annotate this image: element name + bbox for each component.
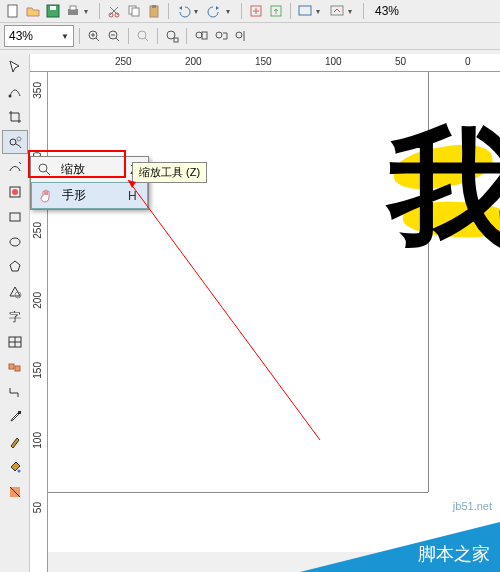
dropdown-icon[interactable]: ▾	[84, 7, 94, 16]
flyout-label: 手形	[62, 187, 112, 204]
flyout-hand-item[interactable]: 手形 H	[31, 182, 148, 209]
launch-icon[interactable]	[328, 2, 346, 20]
ellipse-tool-icon[interactable]	[2, 230, 28, 254]
zoom-label: 43%	[375, 4, 399, 18]
zoom-fit-icon[interactable]	[134, 27, 152, 45]
svg-point-22	[216, 32, 222, 38]
zoom-page-icon[interactable]	[192, 27, 210, 45]
dimension-tool-icon[interactable]	[2, 355, 28, 379]
svg-rect-0	[8, 5, 17, 17]
flyout-shortcut: H	[128, 189, 137, 203]
hand-icon	[38, 188, 54, 204]
connector-tool-icon[interactable]	[2, 380, 28, 404]
polygon-tool-icon[interactable]	[2, 255, 28, 279]
ruler-mark: 200	[32, 292, 43, 309]
svg-point-24	[8, 95, 11, 98]
svg-rect-29	[10, 213, 20, 221]
svg-rect-34	[9, 364, 14, 369]
zoom-height-icon[interactable]	[232, 27, 250, 45]
ruler-mark: 200	[185, 56, 202, 67]
freehand-tool-icon[interactable]	[2, 155, 28, 179]
svg-rect-19	[174, 38, 178, 42]
svg-point-37	[17, 470, 20, 473]
copy-icon[interactable]	[125, 2, 143, 20]
fullscreen-icon[interactable]	[296, 2, 314, 20]
zoom-out-icon[interactable]	[105, 27, 123, 45]
svg-rect-14	[331, 6, 343, 15]
zoom-in-icon[interactable]	[85, 27, 103, 45]
svg-rect-36	[18, 411, 21, 414]
export-icon[interactable]	[267, 2, 285, 20]
svg-rect-4	[70, 6, 76, 10]
zoom-selection-icon[interactable]	[163, 27, 181, 45]
print-icon[interactable]	[64, 2, 82, 20]
ruler-mark: 0	[465, 56, 471, 67]
watermark-text: 脚本之家	[418, 542, 490, 566]
canvas-area[interactable]: 我	[48, 72, 500, 552]
svg-point-39	[39, 164, 47, 172]
import-icon[interactable]	[247, 2, 265, 20]
flyout-label: 缩放	[61, 161, 114, 178]
open-icon[interactable]	[24, 2, 42, 20]
ruler-mark: 150	[255, 56, 272, 67]
new-icon[interactable]	[4, 2, 22, 20]
svg-point-26	[17, 137, 21, 141]
eyedropper-icon[interactable]	[2, 405, 28, 429]
main-toolbar: ▾ ▾ ▾ ▾ ▾ 43%	[0, 0, 500, 23]
vertical-ruler: 35030025020015010050	[30, 72, 48, 572]
svg-rect-8	[132, 8, 139, 16]
svg-rect-13	[299, 6, 311, 15]
basic-shapes-icon[interactable]	[2, 280, 28, 304]
svg-rect-10	[152, 5, 156, 8]
ruler-mark: 100	[32, 432, 43, 449]
ruler-mark: 50	[32, 502, 43, 513]
outline-pen-icon[interactable]	[2, 430, 28, 454]
dropdown-icon[interactable]: ▾	[348, 7, 358, 16]
page-edge	[48, 492, 428, 493]
paste-icon[interactable]	[145, 2, 163, 20]
ruler-mark: 250	[115, 56, 132, 67]
fill-tool-icon[interactable]	[2, 455, 28, 479]
zoom-toolbar: 43% ▼	[0, 23, 500, 50]
svg-rect-35	[15, 366, 20, 371]
table-tool-icon[interactable]	[2, 330, 28, 354]
shape-tool-icon[interactable]	[2, 80, 28, 104]
smart-fill-icon[interactable]	[2, 180, 28, 204]
ruler-mark: 150	[32, 362, 43, 379]
undo-icon[interactable]	[174, 2, 192, 20]
watermark-url: jb51.net	[453, 500, 492, 512]
text-tool-icon[interactable]: 字	[2, 305, 28, 329]
redo-icon[interactable]	[206, 2, 224, 20]
svg-rect-21	[202, 32, 207, 39]
dropdown-icon[interactable]: ▾	[316, 7, 326, 16]
dropdown-icon[interactable]: ▾	[194, 7, 204, 16]
svg-point-25	[10, 139, 16, 145]
interactive-fill-icon[interactable]	[2, 480, 28, 504]
cut-icon[interactable]	[105, 2, 123, 20]
svg-text:字: 字	[9, 310, 21, 324]
zoom-combo[interactable]: 43% ▼	[4, 25, 74, 47]
save-icon[interactable]	[44, 2, 62, 20]
zoom-tool-flyout: 缩放 Z 手形 H	[30, 156, 149, 210]
dropdown-icon[interactable]: ▾	[226, 7, 236, 16]
pick-tool-icon[interactable]	[2, 55, 28, 79]
rectangle-tool-icon[interactable]	[2, 205, 28, 229]
svg-point-23	[236, 32, 242, 38]
magnifier-icon	[37, 162, 53, 178]
toolbox: 字	[0, 54, 30, 572]
ruler-mark: 50	[395, 56, 406, 67]
zoom-tool-icon[interactable]	[2, 130, 28, 154]
zoom-value: 43%	[9, 29, 33, 43]
svg-rect-2	[50, 6, 56, 10]
flyout-zoom-item[interactable]: 缩放 Z	[31, 157, 148, 182]
svg-point-17	[138, 31, 146, 39]
svg-point-30	[10, 238, 20, 246]
chevron-down-icon[interactable]: ▼	[61, 32, 69, 41]
horizontal-ruler: 250200150100500	[30, 54, 500, 72]
ruler-mark: 250	[32, 222, 43, 239]
svg-point-28	[12, 189, 18, 195]
crop-tool-icon[interactable]	[2, 105, 28, 129]
tooltip: 缩放工具 (Z)	[132, 162, 207, 183]
ruler-mark: 100	[325, 56, 342, 67]
zoom-width-icon[interactable]	[212, 27, 230, 45]
